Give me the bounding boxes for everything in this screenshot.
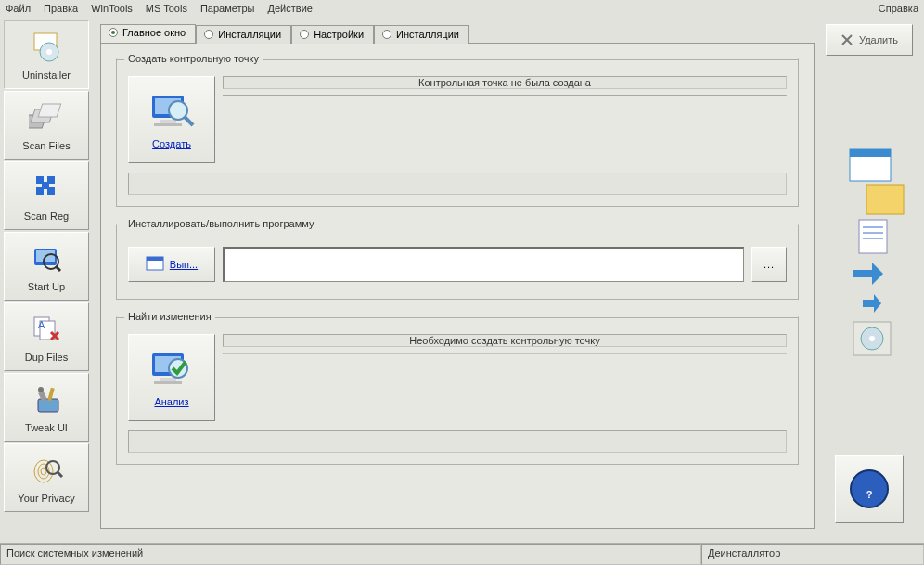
program-path-input[interactable] bbox=[223, 247, 744, 282]
sidebar-item-dupfiles[interactable]: A Dup Files bbox=[4, 302, 89, 371]
svg-line-14 bbox=[56, 266, 60, 271]
monitor-check-icon bbox=[147, 348, 197, 392]
button-label: Удалить bbox=[859, 34, 898, 45]
delete-button[interactable]: Удалить bbox=[826, 24, 913, 56]
sidebar-label: Scan Reg bbox=[24, 211, 69, 222]
svg-marker-51 bbox=[853, 263, 883, 285]
menu-file[interactable]: Файл bbox=[6, 3, 31, 14]
menu-help[interactable]: Справка bbox=[879, 3, 918, 14]
sidebar-item-scanfiles[interactable]: Scan Files bbox=[4, 91, 89, 160]
restorepoint-status: Контрольная точка не была создана bbox=[223, 76, 787, 89]
svg-marker-52 bbox=[863, 294, 881, 313]
svg-rect-5 bbox=[38, 104, 61, 117]
button-label: Вып... bbox=[170, 259, 198, 270]
svg-point-22 bbox=[38, 387, 44, 392]
tab-label: Инсталляции bbox=[396, 29, 459, 40]
uninstaller-icon bbox=[28, 29, 65, 66]
svg-line-28 bbox=[58, 472, 62, 477]
menubar: Файл Правка WinTools MS Tools Параметры … bbox=[0, 0, 924, 17]
sidebar-label: Tweak UI bbox=[25, 422, 68, 433]
run-button[interactable]: Вып... bbox=[128, 247, 215, 282]
svg-point-55 bbox=[869, 336, 875, 341]
changes-detail bbox=[223, 353, 787, 354]
sidebar-label: Start Up bbox=[28, 281, 65, 292]
sidebar-item-tweakui[interactable]: Tweak UI bbox=[4, 373, 89, 442]
monitor-magnifier-icon bbox=[147, 90, 197, 135]
help-icon: ? bbox=[848, 468, 891, 510]
sidebar-item-scanreg[interactable]: Scan Reg bbox=[4, 161, 89, 230]
group-install-run: Инсталлировать/выполнить программу Вып..… bbox=[116, 224, 799, 300]
svg-rect-39 bbox=[160, 378, 176, 381]
scanreg-icon bbox=[28, 170, 65, 207]
svg-line-34 bbox=[185, 117, 193, 125]
changes-status: Необходимо создать контрольную точку bbox=[223, 334, 787, 347]
decorative-illustration bbox=[829, 56, 909, 455]
radio-icon bbox=[300, 30, 309, 39]
svg-rect-20 bbox=[38, 399, 58, 412]
tab-install1[interactable]: Инсталляции bbox=[196, 25, 291, 44]
group-title: Создать контрольную точку bbox=[124, 53, 263, 64]
restorepoint-detail bbox=[223, 95, 787, 96]
tab-settings[interactable]: Настройки bbox=[291, 25, 374, 44]
svg-rect-40 bbox=[154, 381, 182, 384]
window-icon bbox=[146, 256, 164, 273]
tweakui-icon bbox=[28, 381, 65, 418]
sidebar-item-uninstaller[interactable]: Uninstaller bbox=[4, 20, 89, 89]
svg-text:?: ? bbox=[866, 489, 873, 500]
startup-icon bbox=[28, 240, 65, 277]
group-find-changes: Найти изменения Анализ Необходимо создат… bbox=[116, 316, 799, 465]
svg-rect-46 bbox=[866, 185, 904, 214]
radio-icon bbox=[382, 30, 391, 39]
svg-rect-45 bbox=[850, 149, 891, 157]
privacy-icon bbox=[28, 452, 65, 489]
status-right: Деинсталлятор bbox=[701, 544, 924, 565]
tab-label: Инсталляции bbox=[218, 29, 281, 40]
menu-params[interactable]: Параметры bbox=[200, 3, 255, 14]
svg-rect-32 bbox=[154, 123, 182, 126]
tab-panel: Создать контрольную точку Создать Контро… bbox=[100, 43, 815, 529]
tabs: Главное окно Инсталляции Настройки Инста… bbox=[100, 24, 815, 43]
browse-button[interactable]: ... bbox=[751, 247, 787, 282]
svg-rect-31 bbox=[160, 120, 176, 123]
sidebar-item-privacy[interactable]: Your Privacy bbox=[4, 443, 89, 512]
tab-label: Настройки bbox=[314, 29, 364, 40]
right-panel: Удалить ? bbox=[822, 17, 924, 531]
sidebar-item-startup[interactable]: Start Up bbox=[4, 232, 89, 301]
dupfiles-icon: A bbox=[28, 311, 65, 348]
tab-label: Главное окно bbox=[122, 27, 186, 38]
svg-text:A: A bbox=[38, 319, 45, 330]
menu-mstools[interactable]: MS Tools bbox=[146, 3, 187, 14]
radio-icon bbox=[204, 30, 213, 39]
content: Главное окно Инсталляции Настройки Инста… bbox=[93, 17, 822, 531]
group-title: Найти изменения bbox=[124, 311, 215, 322]
analyze-button[interactable]: Анализ bbox=[128, 334, 215, 421]
svg-point-2 bbox=[46, 49, 52, 55]
sidebar-label: Uninstaller bbox=[22, 70, 71, 81]
svg-rect-47 bbox=[859, 220, 887, 253]
menu-wintools[interactable]: WinTools bbox=[91, 3, 133, 14]
restorepoint-extra bbox=[128, 173, 787, 195]
svg-rect-10 bbox=[42, 182, 49, 189]
help-button[interactable]: ? bbox=[835, 455, 904, 523]
menu-action[interactable]: Действие bbox=[268, 3, 313, 14]
group-create-restorepoint: Создать контрольную точку Создать Контро… bbox=[116, 58, 799, 207]
changes-extra bbox=[128, 430, 787, 453]
sidebar-label: Your Privacy bbox=[18, 493, 74, 504]
svg-rect-36 bbox=[147, 257, 163, 261]
tab-install2[interactable]: Инсталляции bbox=[374, 25, 469, 44]
close-icon bbox=[841, 33, 853, 46]
scanfiles-icon bbox=[28, 99, 65, 136]
group-title: Инсталлировать/выполнить программу bbox=[124, 218, 317, 229]
sidebar-label: Dup Files bbox=[25, 352, 68, 363]
sidebar-label: Scan Files bbox=[22, 140, 70, 151]
button-label: Анализ bbox=[154, 396, 188, 407]
tab-main[interactable]: Главное окно bbox=[100, 24, 196, 43]
statusbar: Поиск системных изменений Деинсталлятор bbox=[0, 543, 924, 565]
status-left: Поиск системных изменений bbox=[0, 544, 701, 565]
radio-icon bbox=[109, 28, 118, 37]
menu-edit[interactable]: Правка bbox=[44, 3, 78, 14]
install-flow-icon bbox=[829, 144, 909, 366]
sidebar: Uninstaller Scan Files Scan Reg Start Up… bbox=[0, 17, 93, 531]
button-label: Создать bbox=[152, 138, 191, 149]
create-button[interactable]: Создать bbox=[128, 76, 215, 163]
